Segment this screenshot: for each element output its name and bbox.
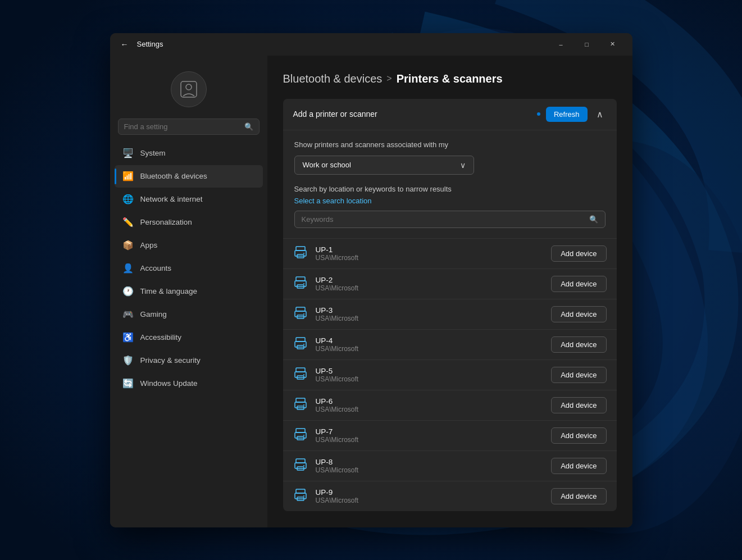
accessibility-icon: ♿ <box>122 332 134 343</box>
collapse-button[interactable]: ∧ <box>593 108 607 121</box>
device-name-2: UP-2 <box>316 276 544 284</box>
device-info-7: UP-7USA\Microsoft <box>316 427 544 444</box>
work-school-dropdown[interactable]: Work or school ∨ <box>294 156 474 175</box>
sidebar-label-accounts: Accounts <box>140 264 172 272</box>
nav-container: 🖥️System📶Bluetooth & devices🌐Network & i… <box>110 142 267 395</box>
device-sub-3: USA\Microsoft <box>316 315 544 322</box>
system-icon: 🖥️ <box>122 148 134 159</box>
privacy-icon: 🛡️ <box>122 355 134 366</box>
device-name-6: UP-6 <box>316 397 544 406</box>
device-row-9: UP-9USA\MicrosoftAdd device <box>283 481 617 511</box>
svg-rect-29 <box>296 429 305 432</box>
device-name-5: UP-5 <box>316 367 544 375</box>
sidebar-item-update[interactable]: 🔄Windows Update <box>115 372 263 395</box>
device-sub-8: USA\Microsoft <box>316 466 544 474</box>
device-info-2: UP-2USA\Microsoft <box>316 276 544 292</box>
search-section: 🔍 <box>110 119 267 142</box>
device-name-9: UP-9 <box>316 488 544 497</box>
refresh-button[interactable]: Refresh <box>546 107 588 122</box>
add-device-button-1[interactable]: Add device <box>551 245 606 262</box>
device-row-3: UP-3USA\MicrosoftAdd device <box>283 299 617 330</box>
device-name-3: UP-3 <box>316 306 544 315</box>
device-info-3: UP-3USA\Microsoft <box>316 306 544 322</box>
printer-icon-3 <box>293 307 308 322</box>
device-row-2: UP-2USA\MicrosoftAdd device <box>283 269 617 299</box>
device-row-8: UP-8USA\MicrosoftAdd device <box>283 451 617 481</box>
svg-rect-3 <box>181 81 197 97</box>
search-input[interactable] <box>124 122 240 131</box>
add-device-button-4[interactable]: Add device <box>551 336 606 353</box>
svg-point-4 <box>186 84 192 90</box>
breadcrumb-separator: > <box>386 74 392 84</box>
search-narrow-label: Search by location or keywords to narrow… <box>294 185 606 193</box>
sidebar-label-network: Network & internet <box>140 195 203 203</box>
sidebar-item-gaming[interactable]: 🎮Gaming <box>115 303 263 326</box>
svg-point-32 <box>303 435 304 436</box>
add-printer-title: Add a printer or scanner <box>293 110 531 119</box>
device-name-8: UP-8 <box>316 458 544 466</box>
breadcrumb-parent[interactable]: Bluetooth & devices <box>283 72 383 85</box>
add-device-button-3[interactable]: Add device <box>551 306 606 322</box>
device-row-4: UP-4USA\MicrosoftAdd device <box>283 330 617 360</box>
network-icon: 🌐 <box>122 194 134 205</box>
device-sub-9: USA\Microsoft <box>316 497 544 504</box>
back-button[interactable]: ← <box>117 37 133 52</box>
add-printer-header: Add a printer or scanner Refresh ∧ <box>283 99 617 130</box>
add-device-button-7[interactable]: Add device <box>551 427 606 444</box>
sidebar-item-time[interactable]: 🕐Time & language <box>115 280 263 303</box>
sidebar-item-accessibility[interactable]: ♿Accessibility <box>115 326 263 349</box>
printer-icon-2 <box>293 276 308 292</box>
window-title: Settings <box>137 40 163 48</box>
sidebar-item-privacy[interactable]: 🛡️Privacy & security <box>115 349 263 372</box>
accounts-icon: 👤 <box>122 263 134 274</box>
sidebar-label-system: System <box>140 149 166 157</box>
expanded-content: Show printers and scanners associated wi… <box>283 130 617 239</box>
device-info-8: UP-8USA\Microsoft <box>316 458 544 474</box>
right-panel: Bluetooth & devices > Printers & scanner… <box>267 56 632 527</box>
device-sub-4: USA\Microsoft <box>316 345 544 353</box>
add-device-button-6[interactable]: Add device <box>551 397 606 413</box>
device-info-5: UP-5USA\Microsoft <box>316 367 544 383</box>
sidebar-label-bluetooth: Bluetooth & devices <box>140 172 207 180</box>
svg-point-36 <box>303 465 304 466</box>
sidebar-item-accounts[interactable]: 👤Accounts <box>115 257 263 280</box>
device-info-9: UP-9USA\Microsoft <box>316 488 544 504</box>
breadcrumb: Bluetooth & devices > Printers & scanner… <box>283 72 617 85</box>
sidebar-label-personalization: Personalization <box>140 218 192 226</box>
sidebar-label-gaming: Gaming <box>140 310 167 318</box>
add-device-button-2[interactable]: Add device <box>551 276 606 292</box>
add-device-button-9[interactable]: Add device <box>551 488 606 504</box>
minimize-button[interactable]: – <box>548 35 574 53</box>
title-bar-left: ← Settings <box>117 37 163 52</box>
maximize-button[interactable]: □ <box>574 35 600 53</box>
device-name-1: UP-1 <box>316 245 544 254</box>
device-sub-6: USA\Microsoft <box>316 406 544 413</box>
device-name-4: UP-4 <box>316 336 544 345</box>
dropdown-value: Work or school <box>303 161 460 169</box>
sidebar-item-personalization[interactable]: ✏️Personalization <box>115 211 263 234</box>
svg-point-24 <box>303 374 304 375</box>
search-box[interactable]: 🔍 <box>118 119 260 135</box>
apps-icon: 📦 <box>122 240 134 251</box>
keywords-input[interactable] <box>302 215 585 224</box>
loading-indicator <box>537 112 540 116</box>
breadcrumb-current: Printers & scanners <box>397 72 503 85</box>
title-bar: ← Settings – □ ✕ <box>110 33 632 56</box>
window-controls: – □ ✕ <box>548 35 626 53</box>
settings-window: ← Settings – □ ✕ <box>110 33 632 527</box>
add-device-button-8[interactable]: Add device <box>551 458 606 474</box>
sidebar-item-bluetooth[interactable]: 📶Bluetooth & devices <box>115 165 263 188</box>
keywords-box[interactable]: 🔍 <box>294 211 606 228</box>
sidebar-item-apps[interactable]: 📦Apps <box>115 234 263 257</box>
sidebar-item-network[interactable]: 🌐Network & internet <box>115 188 263 211</box>
close-button[interactable]: ✕ <box>600 35 626 53</box>
search-location-link[interactable]: Select a search location <box>294 197 606 205</box>
add-device-button-5[interactable]: Add device <box>551 367 606 383</box>
svg-rect-25 <box>296 398 305 402</box>
sidebar-item-system[interactable]: 🖥️System <box>115 142 263 165</box>
avatar-section <box>110 62 267 119</box>
device-info-4: UP-4USA\Microsoft <box>316 336 544 353</box>
show-printers-label: Show printers and scanners associated wi… <box>294 140 606 149</box>
svg-rect-17 <box>296 338 305 342</box>
printer-icon-6 <box>293 398 308 413</box>
